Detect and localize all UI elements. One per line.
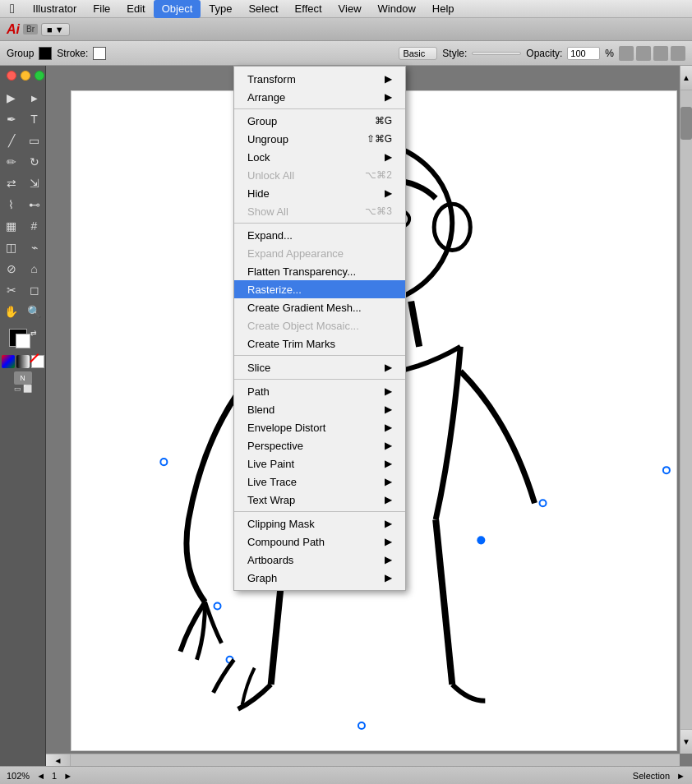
mode-arrow[interactable]: ► [676,771,685,781]
object-menu: Transform ▶ Arrange ▶ Group ⌘G Ungroup ⇧… [233,66,406,591]
pen-tool[interactable]: ✒ [2,109,21,129]
hand-tool[interactable]: ✋ [2,302,21,321]
menubar-edit[interactable]: Edit [118,0,153,18]
normal-mode-btn[interactable]: N [14,371,32,385]
select-tool[interactable]: ▶ [2,88,21,108]
page-number: 1 [52,771,57,781]
fill-color[interactable] [39,47,52,60]
menu-item-trim-marks[interactable]: Create Trim Marks [234,334,405,353]
style-label: Style: [442,48,467,59]
page-nav-right[interactable]: ► [63,771,72,781]
canvas-area: ▶ ▶ ✒ T ╱ ▭ ✏ ↻ ⇄ ⇲ ⌇ ⊷ ▦ # ◫ ⌁ [0,66,692,766]
main-content: (RGB/Preview) [46,66,692,766]
icon-btn-3[interactable] [653,46,668,61]
ai-logo: Ai [7,22,20,37]
stroke-label: Stroke: [57,48,88,59]
menu-item-blend[interactable]: Blend ▶ [234,400,405,418]
page-nav-left[interactable]: ◄ [36,771,45,781]
view-toggle[interactable]: ■ ▼ [41,23,70,36]
svg-point-12 [358,722,365,729]
menu-item-text-wrap[interactable]: Text Wrap ▶ [234,491,405,509]
close-button[interactable] [7,71,16,81]
bridge-btn[interactable]: Br [23,24,38,35]
rect-tool[interactable]: ▭ [25,131,44,150]
scrollbar-vertical[interactable]: ▲ ▼ [680,66,692,754]
mode-display[interactable]: Selection [633,771,670,781]
graph-tool[interactable]: ▦ [2,216,21,236]
menu-item-artboards[interactable]: Artboards ▶ [234,551,405,569]
svg-point-17 [215,603,221,610]
menubar-window[interactable]: Window [370,0,424,18]
menubar-file[interactable]: File [85,0,118,18]
stroke-swatch-main[interactable] [16,334,30,348]
menu-item-perspective[interactable]: Perspective ▶ [234,436,405,454]
menu-item-clipping-mask[interactable]: Clipping Mask ▶ [234,514,405,533]
menubar-select[interactable]: Select [240,0,286,18]
menu-item-compound-path[interactable]: Compound Path ▶ [234,533,405,551]
icon-btn-2[interactable] [636,46,651,61]
menu-item-object-mosaic[interactable]: Create Object Mosaic... [234,316,405,334]
opacity-value[interactable]: 100 [567,47,600,60]
eraser-tool[interactable]: ◻ [25,280,44,300]
menu-item-hide[interactable]: Hide ▶ [234,184,405,202]
menu-item-unlock-all[interactable]: Unlock All ⌥⌘2 [234,166,405,184]
menu-item-path[interactable]: Path ▶ [234,382,405,400]
separator-1 [234,108,405,109]
none-mode[interactable] [31,355,44,368]
full-screen-no-menu[interactable]: ▭ [14,385,21,393]
zoom-tool[interactable]: 🔍 [25,302,44,321]
gradient-tool[interactable]: ◫ [2,238,21,257]
paint-bucket-tool[interactable]: ⌂ [25,259,44,279]
menu-item-rasterize[interactable]: Rasterize... [234,280,405,298]
menu-item-arrange[interactable]: Arrange ▶ [234,88,405,106]
pencil-tool[interactable]: ✏ [2,152,21,172]
menu-item-graph[interactable]: Graph ▶ [234,569,405,587]
menubar-view[interactable]: View [330,0,370,18]
mesh-tool[interactable]: # [25,216,44,236]
menu-item-lock[interactable]: Lock ▶ [234,148,405,166]
menubar-illustrator[interactable]: Illustrator [25,0,85,18]
scale-tool[interactable]: ⇲ [25,173,44,193]
menubar-type[interactable]: Type [201,0,240,18]
menu-item-expand[interactable]: Expand... [234,226,405,244]
line-tool[interactable]: ╱ [2,131,21,150]
menu-item-show-all[interactable]: Show All ⌥⌘3 [234,202,405,220]
zoom-display[interactable]: 102% [7,771,30,781]
type-tool[interactable]: T [25,109,44,129]
mirror-tool[interactable]: ⇄ [2,173,21,193]
style-value-dropdown[interactable] [472,52,521,55]
swap-colors[interactable]: ⇄ [30,329,37,337]
minimize-button[interactable] [21,71,30,81]
direct-select-tool[interactable]: ▶ [25,88,44,108]
scissors-tool[interactable]: ✂ [2,280,21,300]
blend-tool[interactable]: ⌁ [25,238,44,257]
warp-tool[interactable]: ⌇ [2,195,21,214]
menu-item-live-trace[interactable]: Live Trace ▶ [234,473,405,491]
width-tool[interactable]: ⊷ [25,195,44,214]
gradient-mode[interactable] [16,355,30,368]
icon-btn-1[interactable] [619,46,634,61]
color-mode[interactable] [2,355,15,368]
eyedropper-tool[interactable]: ⊘ [2,259,21,279]
style-dropdown[interactable]: Basic [399,47,437,60]
menu-item-envelope-distort[interactable]: Envelope Distort ▶ [234,418,405,436]
menu-item-gradient-mesh[interactable]: Create Gradient Mesh... [234,298,405,316]
separator-5 [234,511,405,512]
menubar-help[interactable]: Help [424,0,463,18]
icon-btn-4[interactable] [671,46,685,61]
maximize-button[interactable] [35,71,44,81]
menu-item-ungroup[interactable]: Ungroup ⇧⌘G [234,130,405,148]
menubar-object[interactable]: Object [154,0,201,18]
menu-item-group[interactable]: Group ⌘G [234,112,405,130]
apple-menu[interactable]:  [0,0,25,18]
stroke-color[interactable] [93,47,106,60]
menu-item-expand-appearance[interactable]: Expand Appearance [234,244,405,262]
menu-item-transform[interactable]: Transform ▶ [234,70,405,88]
scrollbar-horizontal[interactable]: ◄ [46,754,680,766]
menubar-effect[interactable]: Effect [287,0,330,18]
menu-item-slice[interactable]: Slice ▶ [234,358,405,376]
menu-item-flatten-transparency[interactable]: Flatten Transparency... [234,262,405,280]
menu-item-live-paint[interactable]: Live Paint ▶ [234,454,405,473]
full-screen[interactable]: ⬜ [23,385,32,393]
rotate-tool[interactable]: ↻ [25,152,44,172]
